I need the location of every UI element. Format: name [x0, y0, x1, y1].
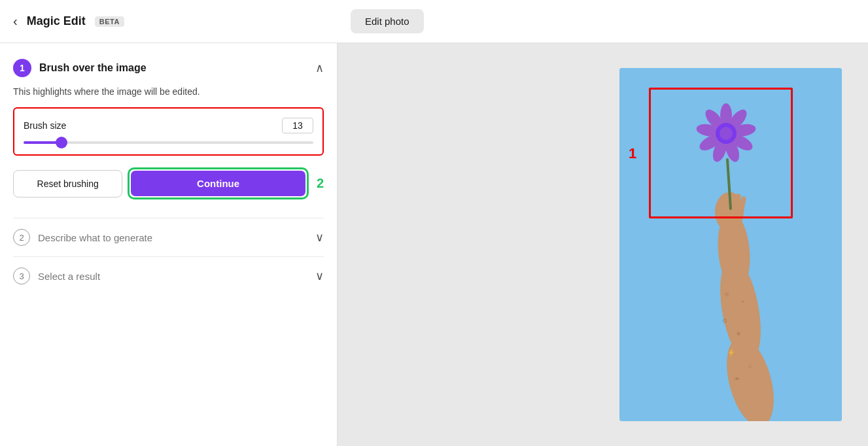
step2-chevron-icon[interactable]: ∨: [315, 230, 324, 245]
svg-text:★: ★: [735, 330, 742, 337]
step3-chevron-icon[interactable]: ∨: [315, 269, 324, 283]
right-canvas-area: ⚡ ★ ✿ ✦ ❈ ❧ ꩜: [338, 43, 868, 446]
step1-title: Brush over the image: [39, 62, 147, 74]
brush-size-row: Brush size 13: [24, 118, 313, 133]
slider-fill: [24, 141, 58, 144]
step3-left: 3 Select a result: [13, 267, 100, 284]
slider-thumb[interactable]: [56, 137, 67, 148]
continue-btn-wrapper: Continue: [128, 167, 309, 199]
step3-circle: 3: [13, 267, 30, 284]
edit-photo-button[interactable]: Edit photo: [351, 9, 424, 33]
brush-size-value: 13: [282, 118, 313, 133]
step1-header: 1 Brush over the image ∧: [13, 59, 324, 77]
main-layout: 1 Brush over the image ∧ This highlights…: [0, 43, 868, 446]
annotation-2-label: 2: [317, 176, 324, 191]
step2-collapsed[interactable]: 2 Describe what to generate ∨: [13, 218, 324, 256]
photo-container: ⚡ ★ ✿ ✦ ❈ ❧ ꩜: [619, 68, 842, 421]
step3-title: Select a result: [38, 271, 100, 282]
svg-text:✦: ✦: [740, 299, 745, 305]
app-title: Magic Edit: [27, 14, 86, 28]
step2-circle: 2: [13, 229, 30, 246]
left-panel: 1 Brush over the image ∧ This highlights…: [0, 43, 338, 446]
step1-description: This highlights where the image will be …: [13, 86, 324, 97]
svg-text:❈: ❈: [723, 290, 729, 298]
step2-title: Describe what to generate: [38, 232, 152, 243]
step2-left: 2 Describe what to generate: [13, 229, 152, 246]
slider-track: [24, 141, 313, 144]
step3-collapsed[interactable]: 3 Select a result ∨: [13, 256, 324, 295]
header-left: ‹ Magic Edit BETA: [13, 14, 351, 29]
step1-chevron-icon[interactable]: ∧: [315, 61, 324, 75]
step1-header-left: 1 Brush over the image: [13, 59, 147, 77]
red-selection-box: [649, 88, 793, 218]
beta-badge: BETA: [95, 16, 124, 27]
header: ‹ Magic Edit BETA Edit photo: [0, 0, 868, 43]
brush-size-label: Brush size: [24, 120, 66, 131]
step1-circle: 1: [13, 59, 31, 77]
back-button[interactable]: ‹: [13, 14, 18, 29]
reset-brushing-button[interactable]: Reset brushing: [13, 170, 122, 197]
annotation-1-photo: 1: [629, 145, 636, 162]
svg-text:꩜: ꩜: [746, 362, 754, 370]
brush-size-container: Brush size 13: [13, 107, 324, 156]
continue-button[interactable]: Continue: [131, 171, 305, 196]
brush-size-slider-container: [24, 141, 313, 144]
